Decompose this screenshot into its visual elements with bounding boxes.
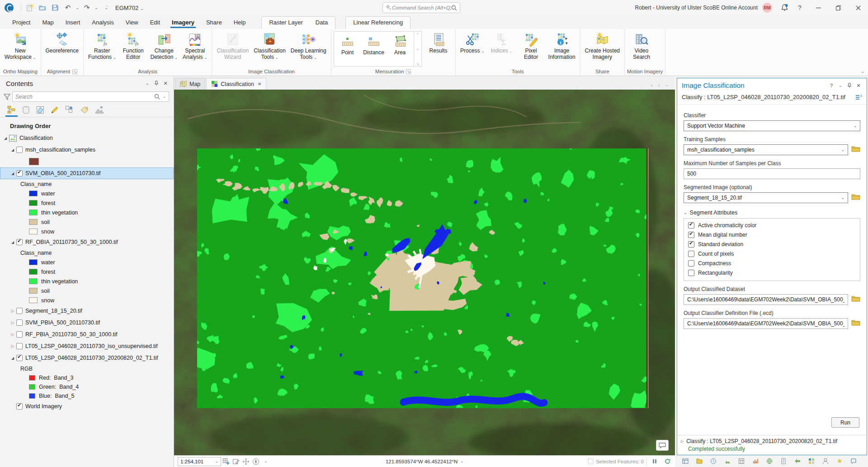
legend-swatch[interactable] <box>29 278 38 284</box>
layer-visibility-checkbox[interactable] <box>16 239 23 245</box>
browse-folder-icon[interactable] <box>851 145 860 152</box>
browse-folder-icon[interactable] <box>851 193 860 200</box>
checkbox[interactable] <box>688 222 694 229</box>
dialog-launcher-icon[interactable]: ↘ <box>72 69 77 74</box>
max-samples-input[interactable]: 500 <box>684 168 860 179</box>
legend-swatch[interactable] <box>29 288 38 294</box>
undo-dropdown-icon[interactable]: ⌄ <box>75 5 80 10</box>
process-button[interactable]: Process⌄ <box>458 30 487 67</box>
map-scale-select[interactable]: 1:254,101 ⌄ <box>178 457 221 466</box>
legend-title[interactable]: Class_name <box>0 179 174 189</box>
new-workspace-button[interactable]: NewWorkspace⌄ <box>2 30 38 67</box>
segment-attribute-count-of-pixels[interactable]: Count of pixels <box>688 251 856 257</box>
browse-folder-icon[interactable] <box>851 319 860 326</box>
legend-item[interactable]: soil <box>0 286 174 295</box>
drawing-order-icon[interactable] <box>7 105 16 117</box>
pause-drawing-icon[interactable] <box>650 457 660 466</box>
ribbon-tab-share[interactable]: Share <box>200 17 228 29</box>
layer-visibility-checkbox[interactable] <box>16 308 23 314</box>
selection-icon[interactable] <box>36 106 44 117</box>
refresh-icon[interactable] <box>662 457 672 466</box>
save-project-icon[interactable] <box>49 2 61 13</box>
chevron-down-icon[interactable]: ⌄ <box>163 95 166 99</box>
gallery-scroll-icons[interactable]: ⌃⌄⌄̲ <box>415 31 422 67</box>
distance-button[interactable]: Distance <box>361 32 387 66</box>
layer-visibility-checkbox[interactable] <box>16 319 23 326</box>
filter-icon[interactable] <box>4 94 10 100</box>
dock-tab-icon[interactable] <box>751 457 759 465</box>
segment-attribute-mean-digital-number[interactable]: Mean digital number <box>688 232 856 238</box>
layer-visibility-checkbox[interactable] <box>16 331 23 338</box>
account-name[interactable]: Robert - University of Ulster ScoBE Onli… <box>635 5 758 11</box>
chevron-down-icon[interactable]: ⌄ <box>261 457 271 466</box>
tree-layer[interactable]: World Imagery <box>0 400 174 412</box>
segment-attribute-rectangularity[interactable]: Rectangularity <box>688 270 856 276</box>
raster-functions-button[interactable]: fxRasterFunctions⌄ <box>86 30 118 67</box>
customize-toolbar-icon[interactable]: ⌄̄ <box>104 5 109 10</box>
new-project-icon[interactable] <box>24 2 36 13</box>
expander-icon[interactable]: ▷ <box>10 344 15 348</box>
avatar[interactable]: RM <box>762 3 772 13</box>
legend-swatch[interactable] <box>29 200 38 206</box>
layer-visibility-checkbox[interactable] <box>16 355 23 361</box>
video-search-button[interactable]: VideoSearch <box>627 30 656 67</box>
legend-swatch[interactable] <box>29 297 38 303</box>
move-status-icon[interactable] <box>241 457 251 466</box>
ribbon-tab-imagery[interactable]: Imagery <box>166 17 200 29</box>
legend-item[interactable]: snow <box>0 295 174 305</box>
legend-title[interactable]: RGB <box>0 364 174 373</box>
checkbox[interactable] <box>688 232 694 238</box>
legend-swatch[interactable] <box>29 259 38 265</box>
segmented-image-select[interactable]: Segment_18_15_20.tif⌄ <box>684 192 848 203</box>
search-input[interactable]: Search ⌄ <box>12 91 169 102</box>
tree-layer[interactable]: ◢LT05_L2SP_046028_20110730_20200820_02_T… <box>0 352 174 364</box>
legend-item[interactable]: forest <box>0 198 174 208</box>
legend-item[interactable]: thin vegetation <box>0 208 174 217</box>
selected-features-count[interactable]: Selected Features: 0 <box>588 458 644 464</box>
legend-item[interactable]: water <box>0 257 174 267</box>
output-dataset-input[interactable]: C:\Users\e16006469\data\EGM702Week2\Data… <box>684 294 848 305</box>
tree-layer[interactable]: ▷Segment_18_15_20.tif <box>0 305 174 317</box>
undo-icon[interactable]: ↶ <box>62 2 74 13</box>
open-project-icon[interactable] <box>37 2 48 13</box>
ribbon-tab-data[interactable]: Data <box>309 17 334 29</box>
dock-tab-icon[interactable] <box>835 457 843 465</box>
help-icon[interactable]: ? <box>827 81 836 90</box>
map-canvas[interactable] <box>174 90 675 455</box>
expander-icon[interactable]: ◢ <box>10 240 15 244</box>
pin-icon[interactable] <box>152 79 161 88</box>
point-button[interactable]: Point <box>335 32 361 66</box>
dock-tab-icon[interactable] <box>821 457 829 465</box>
command-search[interactable]: Command Search (Alt+Q) <box>382 2 460 13</box>
legend-swatch[interactable] <box>29 269 38 275</box>
ribbon-tab-map[interactable]: Map <box>36 17 59 29</box>
run-button[interactable]: Run <box>831 417 859 428</box>
legend-item[interactable]: snow <box>0 227 174 236</box>
chevron-down-icon[interactable]: ⌄ <box>143 79 152 88</box>
expander-icon[interactable]: ▷ <box>681 439 684 443</box>
tree-layer[interactable]: ◢SVM_OBIA_500_20110730.tif <box>0 167 174 179</box>
close-button[interactable] <box>848 0 868 15</box>
function-editor-button[interactable]: fxFunctionEditor <box>119 30 148 67</box>
dock-tab-icon[interactable] <box>681 457 689 465</box>
add-data-status-icon[interactable] <box>221 457 231 466</box>
ribbon-tab-project[interactable]: Project <box>6 17 36 29</box>
expander-icon[interactable]: ▷ <box>10 320 15 325</box>
data-source-icon[interactable] <box>22 106 30 117</box>
image-information-button[interactable]: iImageInformation <box>546 30 578 67</box>
tree-layer[interactable]: ▷SVM_PBIA_500_20110730.tif <box>0 317 174 329</box>
classification-tools-button[interactable]: ClassificationTools⌄ <box>251 30 288 67</box>
layer-visibility-checkbox[interactable] <box>16 170 23 176</box>
notifications-icon[interactable] <box>778 1 791 14</box>
create-hosted-button[interactable]: Create HostedImagery <box>583 30 622 67</box>
legend-item[interactable]: water <box>0 189 174 198</box>
dock-tab-icon[interactable] <box>737 457 745 465</box>
dock-tab-icon[interactable] <box>765 457 773 465</box>
pin-icon[interactable] <box>845 81 854 90</box>
spectral-analysis-button[interactable]: SpectralAnalysis⌄ <box>180 30 209 67</box>
dock-tab-icon[interactable] <box>793 457 801 465</box>
checkbox[interactable] <box>688 241 694 248</box>
dock-tab-icon[interactable] <box>723 457 731 465</box>
tree-layer[interactable]: ▷LT05_L2SP_046028_20110730_iso_unsupervi… <box>0 340 174 352</box>
checkbox[interactable] <box>688 251 694 257</box>
